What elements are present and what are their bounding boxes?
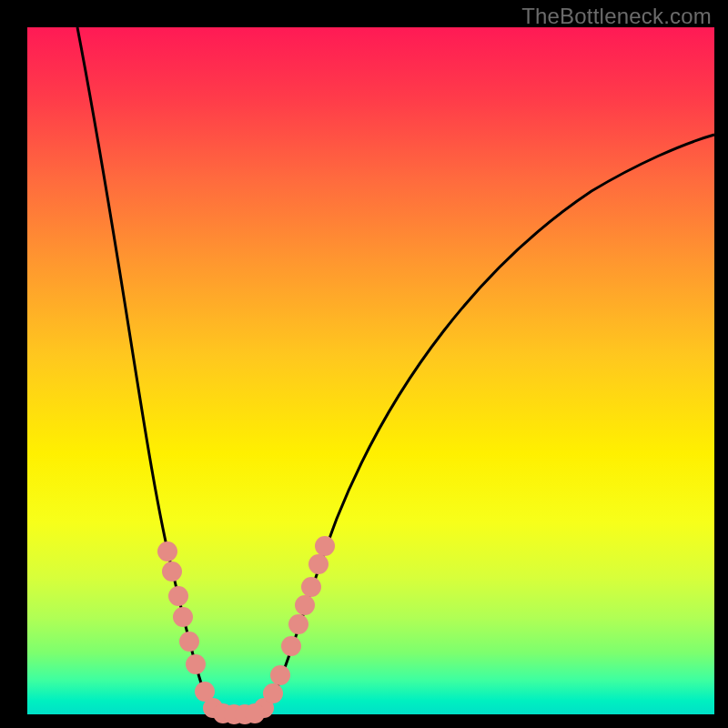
watermark-text: TheBottleneck.com bbox=[521, 4, 712, 29]
chart-frame: TheBottleneck.com bbox=[0, 0, 728, 728]
plot-area bbox=[27, 27, 714, 714]
data-point bbox=[186, 654, 206, 674]
data-point bbox=[263, 683, 283, 703]
data-point bbox=[281, 636, 301, 656]
data-point bbox=[270, 665, 290, 685]
data-point bbox=[162, 561, 182, 581]
data-point bbox=[315, 536, 335, 556]
data-point bbox=[157, 541, 177, 561]
data-point-markers bbox=[157, 536, 335, 724]
bottleneck-curve-path bbox=[77, 27, 714, 714]
data-point bbox=[301, 577, 321, 597]
data-point bbox=[179, 632, 199, 652]
data-point bbox=[245, 703, 265, 723]
data-point bbox=[168, 586, 188, 606]
data-point bbox=[295, 595, 315, 615]
bottleneck-curve-svg bbox=[27, 27, 714, 714]
data-point bbox=[173, 607, 193, 627]
data-point bbox=[308, 554, 329, 574]
data-point bbox=[288, 614, 308, 634]
